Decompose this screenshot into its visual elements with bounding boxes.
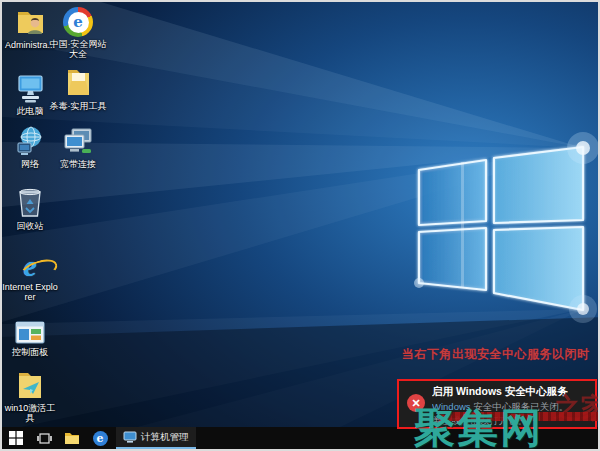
desktop-icon-label: 控制面板 [12,347,48,357]
desktop-icon-label: Internet Explorer [1,282,59,302]
computer-management-icon [123,431,137,443]
desktop-screen: Administra... e 中国·安全网站大全 此电脑 [0,0,600,451]
desktop-icon-win10-activation[interactable]: win10激活工具 [1,368,59,423]
browser-e-icon: e [93,431,108,446]
desktop-icon-label: 回收站 [17,221,44,231]
windows-logo-icon [9,431,23,445]
desktop-icon-label: Administra... [5,40,55,50]
folder-icon [62,66,95,99]
desktop-icon-broadband[interactable]: 宽带连接 [49,124,107,169]
desktop-icon-label: 宽带连接 [60,159,96,169]
file-explorer-button[interactable] [58,427,86,449]
desktop-icon-internet-explorer[interactable]: e Internet Explorer [1,247,59,302]
desktop-icon-recycle-bin[interactable]: 回收站 [1,186,59,231]
desktop-icon-control-panel[interactable]: 控制面板 [1,312,59,357]
desktop-icon-label: 杀毒·实用工具 [50,101,107,111]
internet-explorer-icon: e [23,247,36,280]
recycle-bin-icon [15,186,45,219]
network-globe-icon [14,124,47,157]
control-panel-icon [15,312,45,345]
start-button[interactable] [2,427,30,449]
security-browser-icon: e [63,4,93,37]
computer-icon [14,71,47,104]
activation-folder-icon [14,368,47,401]
task-view-icon [37,432,52,445]
annotation-text: 当右下角出现安全中心服务以闭时 [402,346,590,363]
desktop-icon-china-security-sites[interactable]: e 中国·安全网站大全 [49,4,107,59]
broadband-monitors-icon [62,124,95,157]
notification-title: 启用 Windows 安全中心服务 [432,385,568,399]
desktop-icon-label: 中国·安全网站大全 [49,39,107,59]
taskbar-task-computer-management[interactable]: 计算机管理 [116,427,196,449]
task-view-button[interactable] [30,427,58,449]
desktop-icon-antivirus-tools[interactable]: 杀毒·实用工具 [49,66,107,111]
file-explorer-icon [64,432,80,445]
administrator-folder-icon [14,5,47,38]
browser-button[interactable]: e [86,427,114,449]
desktop-icon-label: 此电脑 [17,106,44,116]
desktop-icon-label: win10激活工具 [1,403,59,423]
desktop-icon-label: 网络 [21,159,39,169]
watermark-teal: 聚集网 [414,401,543,451]
taskbar-task-label: 计算机管理 [141,431,189,444]
